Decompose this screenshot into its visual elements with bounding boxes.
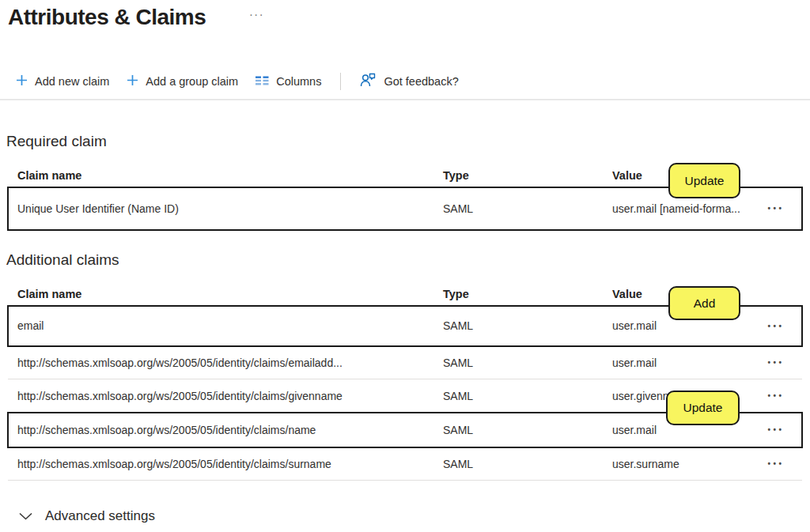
required-claim-heading: Required claim xyxy=(6,133,107,150)
claim-value-cell: user.surname xyxy=(603,458,750,470)
plus-icon xyxy=(16,74,28,89)
annotation-note-update-name: Update xyxy=(666,391,740,425)
claim-name-cell: Unique User Identifier (Name ID) xyxy=(8,202,433,215)
person-feedback-icon xyxy=(360,73,377,90)
claim-value-cell: user.mail xyxy=(603,357,750,369)
claim-type-cell: SAML xyxy=(433,390,603,402)
claim-type-cell: SAML xyxy=(433,202,603,215)
claim-name-cell: http://schemas.xmlsoap.org/ws/2005/05/id… xyxy=(8,424,433,436)
add-new-claim-button[interactable]: Add new claim xyxy=(16,74,109,89)
ellipsis-icon: ··· xyxy=(250,11,265,20)
row-menu-button[interactable]: ••• xyxy=(766,421,785,439)
claim-type-cell: SAML xyxy=(433,319,603,332)
column-header-type: Type xyxy=(433,288,603,300)
claim-row-emailaddress[interactable]: http://schemas.xmlsoap.org/ws/2005/05/id… xyxy=(8,346,802,379)
claim-name-cell: email xyxy=(8,319,433,332)
row-menu-button[interactable]: ••• xyxy=(766,387,785,405)
advanced-settings-toggle[interactable]: Advanced settings xyxy=(19,508,155,524)
claim-type-cell: SAML xyxy=(433,424,603,436)
claim-name-cell: http://schemas.xmlsoap.org/ws/2005/05/id… xyxy=(8,458,433,470)
claim-value-cell: user.mail [nameid-forma... xyxy=(603,202,750,215)
row-menu-button[interactable]: ••• xyxy=(766,199,785,217)
claim-name-cell: http://schemas.xmlsoap.org/ws/2005/05/id… xyxy=(8,357,433,369)
title-overflow-menu[interactable]: ··· xyxy=(250,11,265,20)
row-menu-button[interactable]: ••• xyxy=(766,317,785,335)
advanced-settings-label: Advanced settings xyxy=(45,508,155,524)
toolbar-divider xyxy=(340,73,341,90)
section-divider xyxy=(0,99,810,100)
page-title: Attributes & Claims xyxy=(8,5,206,30)
add-new-claim-label: Add new claim xyxy=(35,75,109,88)
claim-row-surname[interactable]: http://schemas.xmlsoap.org/ws/2005/05/id… xyxy=(8,447,802,481)
attributes-claims-page: Attributes & Claims ··· Add new claim Ad… xyxy=(0,0,810,532)
columns-button[interactable]: Columns xyxy=(255,75,321,89)
add-group-claim-button[interactable]: Add a group claim xyxy=(127,74,238,89)
claim-type-cell: SAML xyxy=(433,357,603,369)
row-menu-button[interactable]: ••• xyxy=(766,353,785,372)
annotation-note-update-required: Update xyxy=(668,163,740,198)
annotation-note-add: Add xyxy=(668,286,740,320)
row-menu-button[interactable]: ••• xyxy=(766,455,785,473)
columns-icon xyxy=(255,75,269,89)
additional-claims-heading: Additional claims xyxy=(6,251,119,269)
plus-icon xyxy=(127,74,138,89)
columns-label: Columns xyxy=(276,75,321,88)
add-group-claim-label: Add a group claim xyxy=(146,75,238,88)
got-feedback-button[interactable]: Got feedback? xyxy=(360,73,458,90)
toolbar: Add new claim Add a group claim Columns xyxy=(16,70,459,93)
column-header-claim-name: Claim name xyxy=(8,288,433,300)
chevron-down-icon xyxy=(19,508,32,524)
claim-name-cell: http://schemas.xmlsoap.org/ws/2005/05/id… xyxy=(8,390,433,402)
got-feedback-label: Got feedback? xyxy=(384,75,458,88)
claim-value-cell: user.mail xyxy=(603,319,750,332)
column-header-type: Type xyxy=(433,169,603,182)
claim-type-cell: SAML xyxy=(433,458,603,470)
column-header-claim-name: Claim name xyxy=(8,169,433,182)
